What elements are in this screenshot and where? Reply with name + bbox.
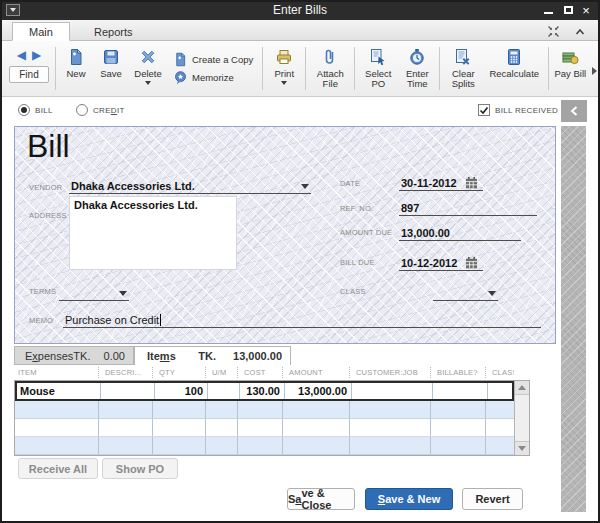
- tab-reports[interactable]: Reports: [78, 22, 149, 41]
- pay-bill-button[interactable]: Pay Bill: [552, 44, 588, 93]
- cell-amount[interactable]: 13,000.00: [285, 383, 352, 399]
- table-row[interactable]: [15, 419, 514, 437]
- bill-due-field[interactable]: 10-12-2012: [399, 253, 483, 271]
- class-dropdown-arrow-icon[interactable]: [488, 291, 496, 296]
- table-scrollbar[interactable]: [514, 381, 529, 455]
- tab-main[interactable]: Main: [12, 22, 70, 41]
- bill-received-checkbox[interactable]: BILL RECEIVED: [478, 104, 558, 116]
- table-row-selected[interactable]: Mouse 100 130.00 13,000.00: [15, 381, 514, 401]
- memorize-button[interactable]: Memorize: [173, 70, 253, 85]
- select-po-button[interactable]: Select PO: [358, 44, 398, 93]
- window-title: Enter Bills: [0, 3, 600, 17]
- bill-received-label: BILL RECEIVED: [495, 106, 558, 115]
- col-qty[interactable]: QTY: [152, 367, 205, 378]
- credit-radio[interactable]: CREDIT: [76, 104, 125, 116]
- date-label: DATE: [340, 179, 360, 188]
- chevron-up-icon[interactable]: [574, 24, 586, 42]
- memorize-icon: [173, 70, 188, 85]
- bill-radio[interactable]: BILL: [18, 104, 53, 116]
- table-row[interactable]: [15, 437, 514, 455]
- memo-field[interactable]: Purchase on Credit: [63, 310, 541, 328]
- clear-splits-label: Clear Splits: [443, 69, 483, 90]
- class-dropdown[interactable]: [433, 283, 498, 301]
- receive-all-button[interactable]: Receive All: [18, 458, 98, 479]
- class-label: CLASS: [340, 287, 366, 296]
- find-label[interactable]: Find: [9, 66, 48, 83]
- save-close-button[interactable]: Save & Close: [287, 488, 355, 510]
- scroll-up-icon[interactable]: [515, 381, 529, 395]
- delete-label: Delete: [134, 69, 161, 79]
- new-button[interactable]: New: [59, 44, 93, 93]
- calendar-icon[interactable]: [465, 177, 478, 189]
- cell-cost[interactable]: 130.00: [240, 383, 285, 399]
- back-arrow-icon[interactable]: ◀: [17, 49, 26, 62]
- print-button[interactable]: Print: [266, 44, 302, 93]
- table-row[interactable]: [15, 401, 514, 419]
- print-dropdown-arrow-icon[interactable]: [281, 81, 287, 85]
- history-panel-collapsed-strip[interactable]: [561, 126, 586, 512]
- show-po-button[interactable]: Show PO: [102, 458, 178, 479]
- cell-description[interactable]: [101, 383, 155, 399]
- revert-button[interactable]: Revert: [462, 488, 523, 510]
- ref-no-field[interactable]: 897: [399, 198, 537, 216]
- delete-button[interactable]: Delete: [129, 44, 167, 93]
- radio-selected-icon[interactable]: [18, 104, 30, 116]
- checkbox-checked-icon[interactable]: [478, 104, 490, 116]
- attach-file-button[interactable]: Attach File: [309, 44, 351, 93]
- title-bar: Enter Bills ×: [0, 0, 600, 20]
- maximize-button[interactable]: [558, 0, 578, 20]
- expenses-tab-label: Expenses: [25, 350, 73, 362]
- collapse-window-icon[interactable]: [547, 24, 560, 42]
- col-cost[interactable]: COST: [237, 367, 282, 378]
- col-customer-job[interactable]: CUSTOMER:JOB: [349, 367, 430, 378]
- tab-items[interactable]: Items TK. 13,000.00: [134, 346, 291, 365]
- cell-billable[interactable]: [433, 383, 488, 399]
- find-button[interactable]: ◀▶ Find: [6, 44, 52, 93]
- enter-time-button[interactable]: Enter Time: [398, 44, 436, 93]
- toolbar-overflow-icon[interactable]: [592, 67, 597, 75]
- save-toolbar-button[interactable]: Save: [93, 44, 129, 93]
- cell-item[interactable]: Mouse: [17, 383, 101, 399]
- vendor-value: Dhaka Accessories Ltd.: [71, 180, 301, 192]
- minimize-button[interactable]: [538, 0, 558, 20]
- radio-icon[interactable]: [76, 104, 88, 116]
- amount-due-field[interactable]: 13,000.00: [399, 223, 521, 241]
- cell-qty[interactable]: 100: [155, 383, 208, 399]
- forward-arrow-icon[interactable]: ▶: [32, 49, 41, 62]
- create-copy-label: Create a Copy: [192, 54, 253, 65]
- cell-class[interactable]: [488, 383, 516, 399]
- memo-value: Purchase on Credit: [65, 314, 159, 326]
- toolbar-separator: [305, 47, 306, 90]
- date-field[interactable]: 30-11-2012: [399, 173, 483, 191]
- save-new-button[interactable]: Save & New: [365, 488, 453, 510]
- calendar-icon[interactable]: [465, 257, 478, 269]
- ref-no-value: 897: [401, 202, 419, 214]
- close-button[interactable]: ×: [576, 0, 596, 20]
- cell-customer-job[interactable]: [352, 383, 433, 399]
- cell-um[interactable]: [208, 383, 240, 399]
- vendor-dropdown[interactable]: Dhaka Accessories Ltd.: [69, 175, 311, 194]
- col-amount[interactable]: AMOUNT: [282, 367, 349, 378]
- col-item[interactable]: ITEM: [14, 367, 98, 378]
- create-copy-button[interactable]: Create a Copy: [173, 52, 253, 67]
- col-class[interactable]: CLASS: [485, 367, 514, 378]
- col-billable[interactable]: BILLABLE?: [430, 367, 485, 378]
- date-value: 30-11-2012: [401, 177, 457, 189]
- clear-splits-button[interactable]: Clear Splits: [443, 44, 483, 93]
- col-um[interactable]: U/M: [205, 367, 237, 378]
- recalculate-button[interactable]: Recalculate: [483, 44, 545, 93]
- bill-due-value: 10-12-2012: [401, 257, 457, 269]
- delete-dropdown-arrow-icon[interactable]: [145, 81, 151, 85]
- amount-due-label: AMOUNT DUE: [340, 228, 392, 237]
- collapse-history-panel-button[interactable]: [561, 100, 587, 122]
- col-description[interactable]: DESCRI...: [98, 367, 152, 378]
- terms-dropdown[interactable]: [59, 283, 129, 301]
- vendor-dropdown-arrow-icon[interactable]: [301, 184, 309, 189]
- tab-expenses[interactable]: Expenses TK. 0.00: [14, 346, 134, 365]
- amount-due-value: 13,000.00: [401, 227, 450, 239]
- address-value: Dhaka Accessories Ltd.: [74, 199, 198, 211]
- scroll-down-icon[interactable]: [515, 441, 529, 455]
- address-box[interactable]: Dhaka Accessories Ltd.: [69, 196, 237, 270]
- terms-dropdown-arrow-icon[interactable]: [119, 291, 127, 296]
- recalculate-label: Recalculate: [489, 69, 539, 79]
